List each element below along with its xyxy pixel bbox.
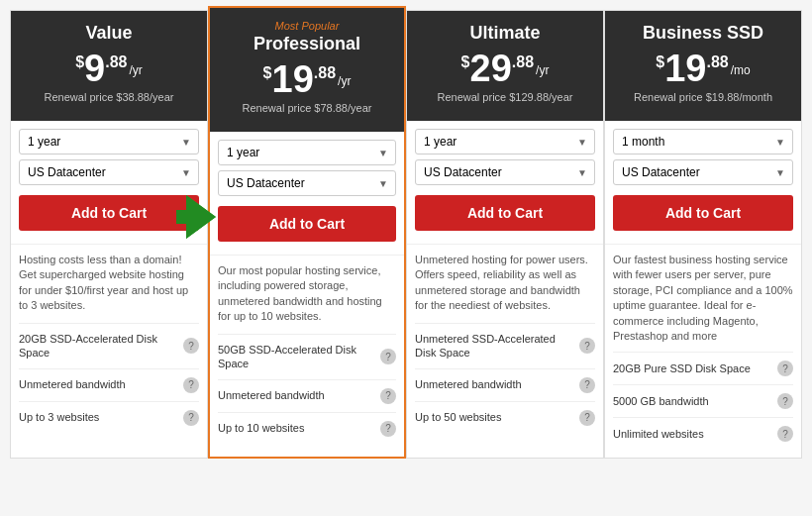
term-select-wrapper: 1 month1 year2 years ▼ — [613, 129, 793, 155]
plan-price: $ 9 .88 /yr — [21, 50, 197, 87]
plan-price: $ 19 .88 /mo — [615, 50, 791, 87]
datacenter-select[interactable]: US DatacenterEU Datacenter — [613, 159, 793, 185]
plan-card-business-ssd: Business SSD $ 19 .88 /mo Renewal price … — [604, 10, 802, 459]
datacenter-select[interactable]: US DatacenterEU Datacenter — [218, 170, 396, 196]
renewal-price: Renewal price $78.88/year — [220, 102, 394, 114]
features-list: 20GB Pure SSD Disk Space ? 5000 GB bandw… — [605, 352, 801, 458]
price-period: /yr — [338, 74, 351, 88]
help-icon[interactable]: ? — [183, 410, 199, 426]
price-main: 19 — [664, 50, 706, 87]
price-main: 9 — [84, 50, 105, 87]
help-icon[interactable]: ? — [777, 361, 793, 376]
add-to-cart-button[interactable]: Add to Cart — [613, 195, 793, 231]
feature-item: Up to 50 websites ? — [415, 401, 595, 434]
feature-item: Unmetered SSD-Accelerated Disk Space ? — [415, 323, 595, 368]
price-dollar: $ — [656, 53, 664, 71]
plan-description: Our most popular hosting service, includ… — [210, 255, 404, 334]
plan-name: Ultimate — [417, 23, 593, 44]
help-icon[interactable]: ? — [579, 377, 595, 393]
plan-name: Value — [21, 23, 197, 44]
plan-body: 1 year2 years3 years ▼ US DatacenterEU D… — [407, 121, 603, 244]
feature-item: 20GB Pure SSD Disk Space ? — [613, 352, 793, 384]
price-main: 19 — [272, 60, 314, 98]
term-select-wrapper: 1 year2 years3 years ▼ — [218, 140, 396, 165]
term-select[interactable]: 1 year2 years3 years — [218, 140, 396, 165]
feature-item: Unmetered bandwidth ? — [415, 368, 595, 401]
feature-item: Up to 3 websites ? — [19, 401, 199, 434]
feature-text: 20GB Pure SSD Disk Space — [613, 361, 777, 375]
plan-body: 1 month1 year2 years ▼ US DatacenterEU D… — [605, 121, 801, 244]
datacenter-select[interactable]: US DatacenterEU Datacenter — [415, 159, 595, 185]
plan-card-professional: Most Popular Professional $ 19 .88 /yr R… — [208, 6, 406, 459]
datacenter-select-wrapper: US DatacenterEU Datacenter ▼ — [218, 170, 396, 196]
price-cents: .88 — [314, 64, 336, 82]
datacenter-select[interactable]: US DatacenterEU Datacenter — [19, 159, 199, 185]
plan-description: Hosting costs less than a domain! Get su… — [11, 244, 207, 323]
feature-item: Unlimited websites ? — [613, 417, 793, 450]
add-to-cart-button[interactable]: Add to Cart — [218, 206, 396, 242]
plan-name: Professional — [220, 34, 394, 54]
feature-item: 50GB SSD-Accelerated Disk Space ? — [218, 334, 396, 379]
term-select[interactable]: 1 month1 year2 years — [613, 129, 793, 155]
datacenter-select-wrapper: US DatacenterEU Datacenter ▼ — [19, 159, 199, 185]
price-dollar: $ — [75, 53, 84, 71]
features-list: 50GB SSD-Accelerated Disk Space ? Unmete… — [210, 334, 404, 453]
feature-text: Unmetered bandwidth — [415, 377, 579, 391]
help-icon[interactable]: ? — [380, 349, 396, 364]
feature-text: 50GB SSD-Accelerated Disk Space — [218, 343, 380, 371]
feature-text: Unlimited websites — [613, 427, 777, 441]
help-icon[interactable]: ? — [579, 338, 595, 354]
feature-item: Unmetered bandwidth ? — [218, 379, 396, 412]
term-select[interactable]: 1 year2 years3 years — [415, 129, 595, 155]
renewal-price: Renewal price $38.88/year — [21, 91, 197, 103]
feature-item: Unmetered bandwidth ? — [19, 368, 199, 401]
plan-header: Business SSD $ 19 .88 /mo Renewal price … — [605, 11, 801, 121]
feature-text: Up to 50 websites — [415, 410, 579, 424]
feature-text: 20GB SSD-Accelerated Disk Space — [19, 332, 183, 361]
price-period: /mo — [731, 63, 751, 77]
add-to-cart-button[interactable]: Add to Cart — [415, 195, 595, 231]
plan-price: $ 19 .88 /yr — [220, 60, 394, 98]
price-dollar: $ — [263, 64, 272, 82]
plan-description: Unmetered hosting for power users. Offer… — [407, 244, 603, 323]
plan-body: 1 year2 years3 years ▼ US DatacenterEU D… — [11, 121, 207, 244]
help-icon[interactable]: ? — [380, 421, 396, 437]
help-icon[interactable]: ? — [380, 388, 396, 404]
help-icon[interactable]: ? — [579, 410, 595, 426]
term-select[interactable]: 1 year2 years3 years — [19, 129, 199, 155]
feature-item: 20GB SSD-Accelerated Disk Space ? — [19, 323, 199, 368]
plan-card-value: Value $ 9 .88 /yr Renewal price $38.88/y… — [10, 10, 208, 459]
price-dollar: $ — [461, 53, 470, 71]
plan-price: $ 29 .88 /yr — [417, 50, 593, 87]
renewal-price: Renewal price $129.88/year — [417, 91, 593, 103]
term-select-wrapper: 1 year2 years3 years ▼ — [415, 129, 595, 155]
feature-item: 5000 GB bandwidth ? — [613, 384, 793, 417]
feature-text: Unmetered bandwidth — [19, 377, 183, 391]
plan-card-ultimate: Ultimate $ 29 .88 /yr Renewal price $129… — [406, 10, 604, 459]
price-main: 29 — [470, 50, 512, 87]
add-to-cart-button[interactable]: Add to Cart — [19, 195, 199, 231]
price-cents: .88 — [706, 53, 728, 71]
plan-header: Value $ 9 .88 /yr Renewal price $38.88/y… — [11, 11, 207, 121]
help-icon[interactable]: ? — [777, 426, 793, 442]
datacenter-select-wrapper: US DatacenterEU Datacenter ▼ — [415, 159, 595, 185]
price-period: /yr — [129, 63, 142, 77]
plan-name: Business SSD — [615, 23, 791, 44]
help-icon[interactable]: ? — [183, 338, 199, 354]
plan-description: Our fastest business hosting service wit… — [605, 244, 801, 352]
feature-text: Unmetered SSD-Accelerated Disk Space — [415, 332, 579, 361]
feature-text: Up to 10 websites — [218, 421, 380, 435]
feature-text: Unmetered bandwidth — [218, 388, 380, 402]
help-icon[interactable]: ? — [777, 393, 793, 409]
plan-header: Ultimate $ 29 .88 /yr Renewal price $129… — [407, 11, 603, 121]
price-period: /yr — [536, 63, 549, 77]
renewal-price: Renewal price $19.88/month — [615, 91, 791, 103]
help-icon[interactable]: ? — [183, 377, 199, 393]
features-list: 20GB SSD-Accelerated Disk Space ? Unmete… — [11, 323, 207, 442]
plan-body: 1 year2 years3 years ▼ US DatacenterEU D… — [210, 132, 404, 255]
features-list: Unmetered SSD-Accelerated Disk Space ? U… — [407, 323, 603, 442]
price-cents: .88 — [512, 53, 534, 71]
feature-text: Up to 3 websites — [19, 410, 183, 424]
price-cents: .88 — [105, 53, 127, 71]
feature-text: 5000 GB bandwidth — [613, 394, 777, 408]
